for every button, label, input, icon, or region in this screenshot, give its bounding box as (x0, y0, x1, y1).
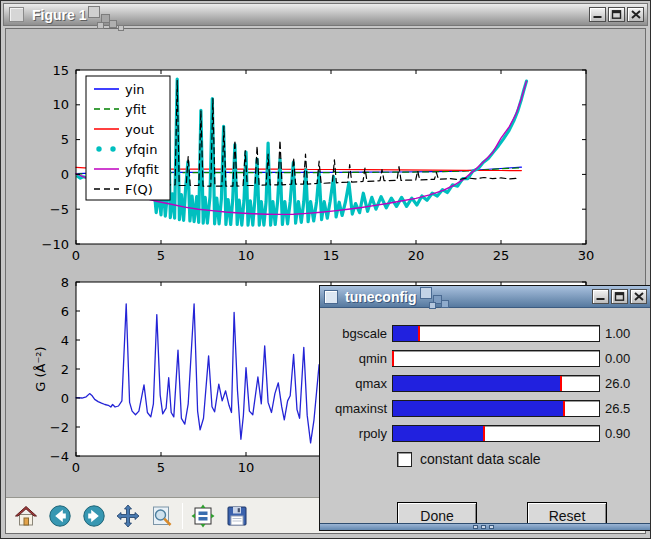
constant-data-scale-checkbox[interactable] (397, 452, 412, 467)
rpoly-slider-fill (393, 426, 484, 441)
qmaxinst-slider[interactable] (392, 400, 600, 417)
slider-row-qmaxinst: qmaxinst26.5 (320, 400, 650, 417)
constant-data-scale-label: constant data scale (420, 451, 541, 467)
close-icon (631, 10, 641, 19)
save-icon (225, 504, 249, 528)
minimize-icon (592, 10, 603, 19)
dialog-minimize-icon (595, 292, 606, 301)
slider-row-bgscale: bgscale1.00 (320, 325, 650, 342)
dialog-title: tuneconfig (345, 289, 417, 305)
qmin-value: 0.00 (605, 351, 630, 366)
qmaxinst-label: qmaxinst (320, 401, 392, 416)
dialog-resize-grip[interactable] (320, 523, 650, 530)
rpoly-value: 0.90 (605, 426, 630, 441)
forward-button[interactable] (80, 502, 108, 530)
qmax-label: qmax (320, 376, 392, 391)
zoom-to-rect-button[interactable] (148, 502, 176, 530)
close-button[interactable] (627, 7, 644, 22)
slider-row-rpoly: rpoly0.90 (320, 425, 650, 442)
dialog-menu-icon[interactable] (324, 290, 338, 304)
bgscale-slider[interactable] (392, 325, 600, 342)
dialog-close-icon (634, 292, 644, 301)
back-icon (48, 504, 72, 528)
minimize-button[interactable] (589, 7, 606, 22)
qmaxinst-slider-fill (393, 401, 564, 416)
rpoly-slider-indicator[interactable] (483, 426, 485, 441)
pan-icon (116, 504, 140, 528)
dialog-close-button[interactable] (630, 289, 647, 304)
bgscale-slider-indicator[interactable] (418, 326, 420, 341)
home-icon (14, 504, 38, 528)
bgscale-value: 1.00 (605, 326, 630, 341)
qmax-slider[interactable] (392, 375, 600, 392)
dialog-body: bgscale1.00qmin0.00qmax26.0qmaxinst26.5r… (320, 308, 650, 523)
grip-dots-icon (473, 525, 497, 529)
qmin-slider[interactable] (392, 350, 600, 367)
slider-row-qmax: qmax26.0 (320, 375, 650, 392)
window-menu-icon[interactable] (9, 7, 24, 22)
pan-button[interactable] (114, 502, 142, 530)
qmaxinst-value: 26.5 (605, 401, 630, 416)
qmax-slider-indicator[interactable] (560, 376, 562, 391)
dialog-maximize-icon (614, 292, 625, 301)
back-button[interactable] (46, 502, 74, 530)
bgscale-slider-fill (393, 326, 419, 341)
window-titlebar[interactable]: Figure 1 (3, 3, 648, 26)
bgscale-label: bgscale (320, 326, 392, 341)
maximize-icon (611, 10, 622, 19)
configure-subplots-button[interactable] (189, 502, 217, 530)
zoom-to-rect-icon (150, 504, 174, 528)
dialog-minimize-button[interactable] (592, 289, 609, 304)
slider-row-qmin: qmin0.00 (320, 350, 650, 367)
dialog-titlebar[interactable]: tuneconfig (320, 286, 650, 308)
dialog-maximize-button[interactable] (611, 289, 628, 304)
forward-icon (82, 504, 106, 528)
rpoly-label: rpoly (320, 426, 392, 441)
qmin-label: qmin (320, 351, 392, 366)
constant-data-scale-row: constant data scale (397, 451, 650, 467)
save-button[interactable] (223, 502, 251, 530)
qmin-slider-indicator[interactable] (392, 351, 394, 366)
configure-subplots-icon (191, 504, 215, 528)
window-title: Figure 1 (32, 7, 86, 23)
qmax-value: 26.0 (605, 376, 630, 391)
rpoly-slider[interactable] (392, 425, 600, 442)
qmax-slider-fill (393, 376, 561, 391)
qmaxinst-slider-indicator[interactable] (563, 401, 565, 416)
tuneconfig-dialog: tuneconfig bgscale1.00qmin0.00qm (319, 285, 651, 531)
toolbar-separator (182, 503, 183, 529)
maximize-button[interactable] (608, 7, 625, 22)
figure-window: Figure 1 (0, 0, 651, 539)
home-button[interactable] (12, 502, 40, 530)
